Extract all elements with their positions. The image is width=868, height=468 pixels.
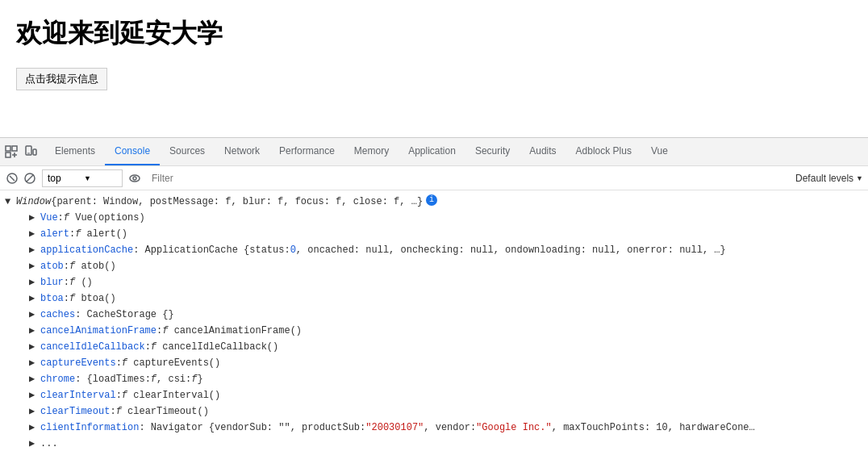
console-line-clientinfo: ▶ clientInformation : Navigator {vendorS… bbox=[0, 420, 868, 436]
chrome-key: chrome bbox=[40, 372, 75, 387]
clear-console-icon[interactable] bbox=[5, 171, 19, 186]
vue-key: Vue bbox=[40, 211, 58, 225]
more-text: ... bbox=[40, 437, 58, 451]
expand-arrow-chrome[interactable]: ▶ bbox=[29, 372, 37, 387]
info-badge[interactable]: i bbox=[426, 194, 437, 206]
context-arrow: ▼ bbox=[84, 174, 117, 182]
filter-input[interactable] bbox=[147, 173, 791, 184]
ci-key: clearInterval bbox=[40, 388, 116, 403]
console-line-cic: ▶ cancelIdleCallback : f cancelIdleCallb… bbox=[0, 339, 868, 355]
page-button[interactable]: 点击我提示信息 bbox=[16, 68, 107, 90]
console-line-atob: ▶ atob : f atob() bbox=[0, 258, 868, 274]
console-line-appcache: ▶ applicationCache : ApplicationCache {s… bbox=[0, 242, 868, 258]
console-line-alert: ▶ alert : f alert() bbox=[0, 226, 868, 242]
block-icon[interactable] bbox=[23, 171, 37, 186]
devtools-tabs: Elements Console Sources Network Perform… bbox=[45, 138, 678, 165]
console-line-caf: ▶ cancelAnimationFrame : f cancelAnimati… bbox=[0, 323, 868, 339]
tab-elements[interactable]: Elements bbox=[45, 138, 105, 165]
console-line-ci: ▶ clearInterval : f clearInterval() bbox=[0, 387, 868, 403]
tab-memory[interactable]: Memory bbox=[344, 138, 399, 165]
atob-key: atob bbox=[40, 259, 64, 274]
context-selector[interactable]: top ▼ bbox=[42, 169, 123, 187]
svg-rect-0 bbox=[6, 146, 10, 151]
tab-console[interactable]: Console bbox=[105, 138, 160, 165]
devtools-icons bbox=[3, 144, 39, 160]
tab-sources[interactable]: Sources bbox=[160, 138, 215, 165]
expand-arrow-caches[interactable]: ▶ bbox=[29, 307, 37, 322]
page-title: 欢迎来到延安大学 bbox=[16, 16, 852, 52]
console-line-caches: ▶ caches : CacheStorage {} bbox=[0, 307, 868, 323]
svg-line-9 bbox=[10, 176, 15, 181]
console-line-window: ▼ Window {parent: Window, postMessage: f… bbox=[0, 194, 868, 210]
console-bar-icons bbox=[5, 171, 37, 186]
console-output: ▼ Window {parent: Window, postMessage: f… bbox=[0, 190, 868, 455]
window-text: Window bbox=[16, 194, 51, 209]
svg-rect-6 bbox=[33, 149, 36, 155]
expand-arrow-appcache[interactable]: ▶ bbox=[29, 243, 37, 257]
devtools-panel: Elements Console Sources Network Perform… bbox=[0, 137, 868, 455]
console-line-ce: ▶ captureEvents : f captureEvents() bbox=[0, 355, 868, 371]
default-levels-arrow: ▼ bbox=[856, 174, 863, 182]
expand-arrow-atob[interactable]: ▶ bbox=[29, 259, 37, 274]
expand-arrow-alert[interactable]: ▶ bbox=[29, 227, 37, 241]
svg-point-12 bbox=[130, 175, 140, 182]
default-levels-label: Default levels bbox=[795, 173, 853, 184]
console-bar: top ▼ Default levels ▼ bbox=[0, 166, 868, 190]
svg-rect-1 bbox=[6, 153, 10, 157]
expand-arrow-window[interactable]: ▼ bbox=[5, 194, 13, 209]
clientinfo-key: clientInformation bbox=[40, 420, 139, 435]
expand-arrow-more[interactable]: ▶ bbox=[29, 437, 37, 451]
svg-rect-2 bbox=[12, 146, 17, 151]
devtools-toolbar: Elements Console Sources Network Perform… bbox=[0, 138, 868, 166]
eye-icon[interactable] bbox=[127, 171, 142, 186]
device-icon[interactable] bbox=[23, 144, 39, 160]
default-levels-selector[interactable]: Default levels ▼ bbox=[795, 173, 863, 184]
svg-line-11 bbox=[27, 174, 34, 182]
tab-audits[interactable]: Audits bbox=[520, 138, 565, 165]
tab-security[interactable]: Security bbox=[465, 138, 520, 165]
expand-arrow-btoa[interactable]: ▶ bbox=[29, 291, 37, 306]
console-line-vue: ▶ Vue : f Vue(options) bbox=[0, 210, 868, 226]
console-line-btoa: ▶ btoa : f btoa() bbox=[0, 290, 868, 307]
console-line-chrome: ▶ chrome : {loadTimes: f , csi: f } bbox=[0, 371, 868, 387]
page-content: 欢迎来到延安大学 点击我提示信息 bbox=[0, 0, 868, 137]
expand-arrow-caf[interactable]: ▶ bbox=[29, 324, 37, 338]
cic-key: cancelIdleCallback bbox=[40, 340, 145, 354]
appcache-key: applicationCache bbox=[40, 243, 133, 257]
context-label: top bbox=[48, 173, 81, 184]
expand-arrow-clientinfo[interactable]: ▶ bbox=[29, 420, 37, 435]
ct-key: clearTimeout bbox=[40, 404, 110, 419]
window-props: {parent: Window, postMessage: f, blur: f… bbox=[51, 194, 423, 209]
tab-network[interactable]: Network bbox=[215, 138, 269, 165]
expand-arrow-cic[interactable]: ▶ bbox=[29, 340, 37, 354]
tab-performance[interactable]: Performance bbox=[269, 138, 344, 165]
btoa-key: btoa bbox=[40, 291, 64, 306]
tab-vue[interactable]: Vue bbox=[641, 138, 678, 165]
alert-key: alert bbox=[40, 227, 69, 241]
caf-key: cancelAnimationFrame bbox=[40, 324, 156, 338]
blur-key: blur bbox=[40, 275, 64, 290]
expand-arrow-blur[interactable]: ▶ bbox=[29, 275, 37, 290]
console-line-more: ▶ ... bbox=[0, 436, 868, 452]
caches-key: caches bbox=[40, 307, 75, 322]
tab-application[interactable]: Application bbox=[399, 138, 465, 165]
console-line-blur: ▶ blur : f () bbox=[0, 274, 868, 290]
expand-arrow-ct[interactable]: ▶ bbox=[29, 404, 37, 419]
expand-arrow-ce[interactable]: ▶ bbox=[29, 356, 37, 370]
expand-arrow-ci[interactable]: ▶ bbox=[29, 388, 37, 403]
inspector-icon[interactable] bbox=[3, 144, 19, 160]
console-line-ct: ▶ clearTimeout : f clearTimeout() bbox=[0, 403, 868, 420]
ce-key: captureEvents bbox=[40, 356, 116, 370]
svg-point-13 bbox=[133, 177, 136, 180]
tab-adblock-plus[interactable]: Adblock Plus bbox=[566, 138, 641, 165]
expand-arrow-vue[interactable]: ▶ bbox=[29, 211, 37, 225]
